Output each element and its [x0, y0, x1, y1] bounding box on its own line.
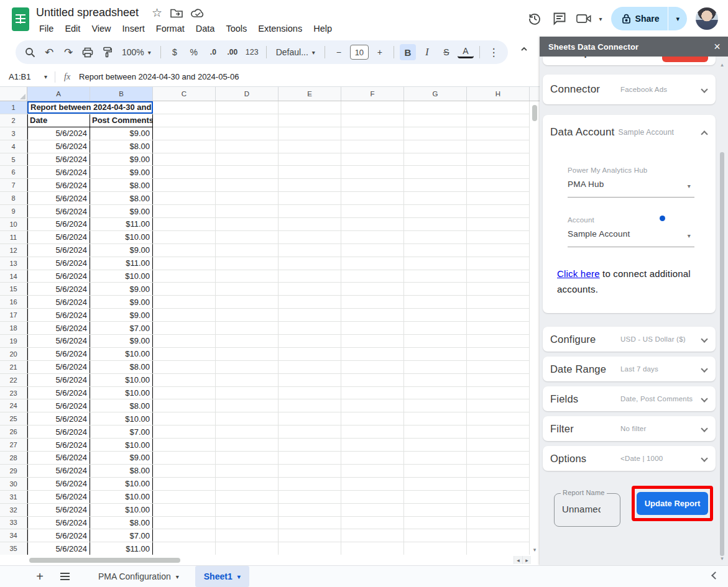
cell-A4[interactable]: 5/6/2024	[27, 140, 90, 153]
format-currency-button[interactable]: $	[167, 44, 183, 60]
cell-B27[interactable]: $10.00	[90, 439, 153, 451]
row-header-27[interactable]: 27	[0, 439, 27, 451]
move-folder-icon[interactable]	[170, 8, 183, 18]
section-options[interactable]: Options <Date | 1000	[543, 446, 716, 471]
undo-icon[interactable]: ↶	[41, 44, 57, 60]
decrease-font-size-button[interactable]: −	[331, 44, 347, 60]
strikethrough-button[interactable]: S	[438, 44, 454, 60]
horizontal-scrollbar[interactable]: ◂ ▸	[0, 555, 540, 565]
more-formats-button[interactable]: 123	[244, 44, 260, 60]
cell-A27[interactable]: 5/6/2024	[27, 439, 90, 451]
cell-B12[interactable]: $9.00	[90, 244, 153, 257]
row-header-28[interactable]: 28	[0, 452, 27, 464]
chevron-down-icon[interactable]	[701, 395, 707, 402]
select-all-corner[interactable]	[0, 87, 27, 101]
account-select[interactable]: Account Sample Account ▾	[568, 216, 694, 247]
paint-format-icon[interactable]	[99, 44, 115, 60]
cell-A7[interactable]: 5/6/2024	[27, 179, 90, 191]
cell-A34[interactable]: 5/6/2024	[27, 529, 90, 542]
row-header-31[interactable]: 31	[0, 491, 27, 503]
row-header-17[interactable]: 17	[0, 309, 27, 321]
section-configure[interactable]: Configure USD - US Dollar ($)	[543, 327, 716, 352]
chevron-up-icon[interactable]	[701, 130, 707, 137]
all-sheets-icon[interactable]	[57, 576, 72, 577]
cell-A26[interactable]: 5/6/2024	[27, 425, 90, 438]
vertical-scrollbar-thumb[interactable]	[532, 105, 537, 121]
cell-B23[interactable]: $10.00	[90, 387, 153, 399]
star-icon[interactable]: ☆	[152, 7, 162, 19]
text-color-button[interactable]: A	[458, 47, 474, 58]
cell-B22[interactable]: $10.00	[90, 374, 153, 386]
column-header-H[interactable]: H	[467, 87, 530, 101]
tab-sheet1[interactable]: Sheet1 ▾	[195, 566, 249, 587]
sidebar-scroll-up-icon[interactable]: ▴	[718, 61, 726, 68]
delete-report-button[interactable]	[662, 57, 708, 62]
row-header-33[interactable]: 33	[0, 517, 27, 529]
column-header-C[interactable]: C	[153, 87, 216, 101]
cell-B7[interactable]: $8.00	[90, 179, 153, 191]
decrease-decimal-button[interactable]: .0	[205, 44, 221, 60]
chevron-down-icon[interactable]	[701, 335, 707, 342]
column-header-F[interactable]: F	[341, 87, 404, 101]
sidebar-scrollbar[interactable]: ▴ ▾	[718, 59, 726, 565]
document-title[interactable]: Untitled spreadsheet	[36, 6, 139, 19]
cell-B4[interactable]: $8.00	[90, 140, 153, 153]
row-header-14[interactable]: 14	[0, 270, 27, 283]
cell-B14[interactable]: $10.00	[90, 270, 153, 283]
formula-input[interactable]: Report between 2024-04-30 and 2024-05-06	[79, 72, 239, 81]
cell-A2[interactable]: Date	[27, 114, 90, 127]
cell-A1-selected[interactable]: Report between 2024-04-30 and 2024-05-06	[27, 101, 153, 114]
cell-A12[interactable]: 5/6/2024	[27, 244, 90, 257]
selection-fill-handle[interactable]	[660, 216, 665, 221]
hub-select[interactable]: Power My Analytics Hub PMA Hub ▾	[568, 166, 694, 198]
search-icon[interactable]	[22, 44, 38, 60]
more-toolbar-icon[interactable]: ⋮	[486, 44, 502, 60]
menu-format[interactable]: Format	[150, 22, 190, 35]
row-header-6[interactable]: 6	[0, 166, 27, 178]
cell-A16[interactable]: 5/6/2024	[27, 296, 90, 308]
row-header-23[interactable]: 23	[0, 387, 27, 399]
cell-B16[interactable]: $9.00	[90, 296, 153, 308]
close-icon[interactable]: ×	[714, 41, 721, 52]
cell-B21[interactable]: $8.00	[90, 361, 153, 373]
cell-A21[interactable]: 5/6/2024	[27, 361, 90, 373]
chevron-down-icon[interactable]	[701, 365, 707, 372]
cell-B31[interactable]: $10.00	[90, 491, 153, 503]
chevron-down-icon[interactable]	[701, 425, 707, 432]
scroll-right-icon[interactable]: ▸	[522, 556, 531, 564]
row-header-22[interactable]: 22	[0, 374, 27, 386]
horizontal-scrollbar-thumb[interactable]	[29, 558, 180, 563]
camera-caret-icon[interactable]: ▾	[599, 16, 602, 22]
section-filter[interactable]: Filter No filter	[543, 416, 716, 441]
column-header-G[interactable]: G	[404, 87, 467, 101]
row-header-9[interactable]: 9	[0, 205, 27, 217]
cell-B34[interactable]: $7.00	[90, 529, 153, 542]
column-header-D[interactable]: D	[216, 87, 279, 101]
bold-button[interactable]: B	[400, 44, 416, 60]
cell-B8[interactable]: $8.00	[90, 192, 153, 204]
cell-A5[interactable]: 5/6/2024	[27, 153, 90, 166]
menu-view[interactable]: View	[86, 22, 116, 35]
column-header-E[interactable]: E	[279, 87, 341, 101]
row-header-30[interactable]: 30	[0, 478, 27, 490]
cell-A6[interactable]: 5/6/2024	[27, 166, 90, 178]
row-header-34[interactable]: 34	[0, 529, 27, 542]
cell-A35[interactable]: 5/6/2024	[27, 542, 90, 555]
hide-menus-icon[interactable]	[520, 45, 528, 53]
cell-A20[interactable]: 5/6/2024	[27, 348, 90, 360]
share-caret-icon[interactable]: ▾	[668, 7, 687, 30]
cloud-status-icon[interactable]	[191, 8, 205, 18]
cell-B25[interactable]: $10.00	[90, 412, 153, 425]
row-header-20[interactable]: 20	[0, 348, 27, 360]
row-header-7[interactable]: 7	[0, 179, 27, 191]
row-header-5[interactable]: 5	[0, 153, 27, 166]
version-history-icon[interactable]	[527, 11, 543, 27]
cell-A19[interactable]: 5/6/2024	[27, 335, 90, 347]
cell-B5[interactable]: $9.00	[90, 153, 153, 166]
sidebar-scroll-down-icon[interactable]: ▾	[718, 555, 726, 562]
vertical-scrollbar[interactable]: ▾	[530, 101, 540, 555]
row-header-19[interactable]: 19	[0, 335, 27, 347]
menu-file[interactable]: File	[34, 22, 59, 35]
cell-B32[interactable]: $10.00	[90, 504, 153, 516]
column-header-B[interactable]: B	[90, 87, 153, 101]
